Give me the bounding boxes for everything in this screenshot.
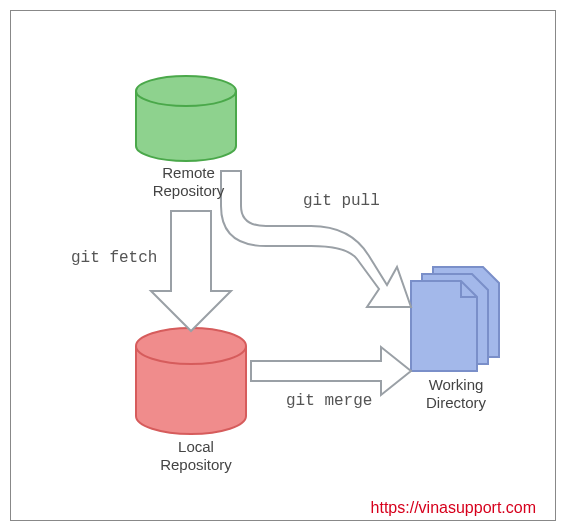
- git-pull-label: git pull: [303, 192, 380, 210]
- local-repo-cylinder: [136, 328, 246, 434]
- remote-repo-label: Remote Repository: [141, 164, 236, 200]
- git-merge-label: git merge: [286, 392, 372, 410]
- attribution-url: https://vinasupport.com: [371, 499, 536, 517]
- remote-repo-cylinder: [136, 76, 236, 161]
- diagram-frame: Remote Repository Local Repository Worki…: [10, 10, 556, 521]
- git-fetch-label: git fetch: [71, 249, 157, 267]
- git-merge-arrow: [251, 347, 411, 395]
- working-directory-icon: [411, 267, 499, 371]
- svg-point-1: [136, 328, 246, 364]
- svg-point-0: [136, 76, 236, 106]
- git-fetch-arrow: [151, 211, 231, 331]
- local-repo-label: Local Repository: [151, 438, 241, 474]
- working-directory-label: Working Directory: [411, 376, 501, 412]
